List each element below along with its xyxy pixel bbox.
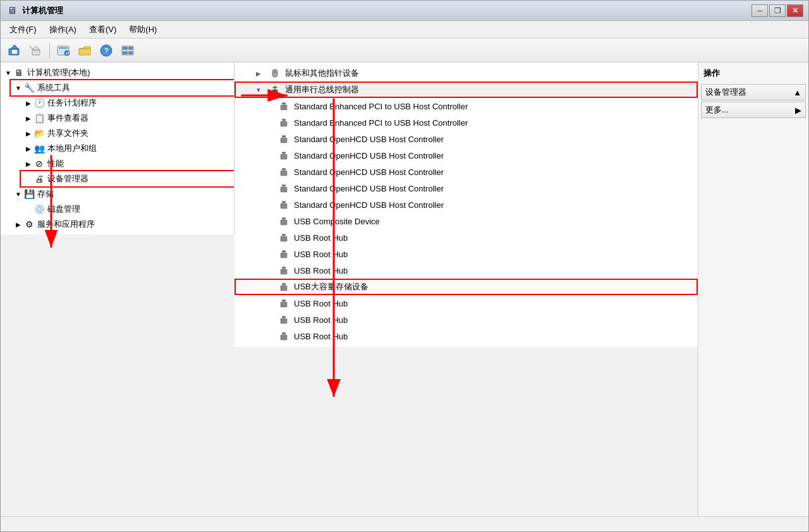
back-button[interactable] [4, 41, 25, 60]
menu-view[interactable]: 查看(V) [83, 22, 123, 37]
svg-rect-29 [281, 105, 287, 110]
list-button[interactable] [118, 41, 138, 60]
svg-rect-98 [284, 317, 286, 318]
action-device-manager[interactable]: 设备管理器 ▲ [701, 84, 806, 100]
svg-rect-77 [283, 251, 284, 252]
title-bar: 🖥 计算机管理 ─ ❐ ✕ [1, 1, 808, 21]
shared-expand-icon[interactable]: ▶ [23, 128, 33, 138]
svg-rect-52 [283, 169, 284, 170]
services-label: 服务和应用程序 [37, 219, 95, 230]
tree-item-disk-mgmt[interactable]: 💿 磁盘管理 [21, 202, 234, 217]
svg-rect-62 [283, 202, 284, 203]
devmgr-icon: 🖨 [33, 173, 45, 184]
close-button[interactable]: ✕ [787, 4, 803, 17]
svg-rect-53 [284, 169, 286, 170]
device-item-14[interactable]: USB Root Hub [234, 328, 698, 344]
event-expand-icon[interactable]: ▶ [23, 113, 33, 123]
mouse-category-label: 鼠标和其他指针设备 [285, 68, 359, 79]
toolbar-separator-1 [49, 43, 50, 58]
svg-rect-88 [284, 284, 286, 285]
svg-rect-37 [283, 119, 284, 121]
mouse-category-icon [269, 67, 281, 80]
usb-icon-13 [277, 313, 290, 326]
usb-icon-0 [277, 100, 290, 112]
device-label-7: USB Composite Device [294, 217, 380, 226]
device-item-7[interactable]: USB Composite Device [234, 213, 698, 229]
system-tools-label: 系统工具 [37, 82, 70, 94]
device-item-1[interactable]: Standard Enhanced PCI to USB Host Contro… [234, 114, 698, 131]
device-item-3[interactable]: Standard OpenHCD USB Host Controller [234, 147, 698, 164]
svg-rect-24 [272, 90, 277, 94]
svg-rect-57 [283, 185, 284, 186]
svg-rect-44 [281, 154, 287, 159]
system-tools-icon: 🔧 [23, 82, 35, 94]
perf-label: 性能 [47, 158, 64, 169]
users-expand-icon[interactable]: ▶ [23, 143, 33, 154]
device-mouse-category[interactable]: ▶ 鼠标和其他指针设备 [234, 65, 698, 82]
svg-rect-67 [283, 218, 284, 219]
device-item-4[interactable]: Standard OpenHCD USB Host Controller [234, 164, 698, 180]
tree-item-device-manager[interactable]: 🖨 设备管理器 [21, 171, 234, 186]
menu-action[interactable]: 操作(A) [43, 22, 83, 37]
tree-item-storage[interactable]: ▼ 💾 存储 [11, 186, 234, 202]
svg-rect-82 [283, 267, 284, 269]
device-item-10[interactable]: USB Root Hub [234, 262, 698, 279]
storage-label: 存储 [37, 188, 54, 200]
device-label-10: USB Root Hub [294, 266, 348, 275]
tree-item-task-scheduler[interactable]: ▶ 🕐 任务计划程序 [21, 95, 234, 111]
device-label-3: Standard OpenHCD USB Host Controller [294, 151, 444, 160]
usb-icon-7 [277, 215, 290, 227]
device-item-8[interactable]: USB Root Hub [234, 229, 698, 246]
device-item-9[interactable]: USB Root Hub [234, 246, 698, 262]
device-label-8: USB Root Hub [294, 233, 348, 243]
storage-expand-icon[interactable]: ▼ [13, 189, 23, 199]
tree-root[interactable]: ▼ 🖥 计算机管理(本地) [1, 65, 234, 80]
tree-item-system-tools[interactable]: ▼ 🔧 系统工具 [11, 80, 234, 95]
window-icon: 🖥 [6, 4, 18, 17]
services-expand-icon[interactable]: ▶ [13, 219, 23, 229]
perf-expand-icon[interactable]: ▶ [23, 159, 33, 169]
svg-text:↺: ↺ [66, 51, 70, 56]
tree-item-event-viewer[interactable]: ▶ 📋 事件查看器 [21, 111, 234, 126]
tree-item-services[interactable]: ▶ ⚙ 服务和应用程序 [11, 217, 234, 232]
tree-item-shared-folders[interactable]: ▶ 📂 共享文件夹 [21, 126, 234, 141]
status-bar [1, 516, 808, 531]
tree-item-performance[interactable]: ▶ ⊘ 性能 [21, 156, 234, 171]
restore-button[interactable]: ❐ [769, 4, 786, 17]
menu-help[interactable]: 帮助(H) [123, 22, 163, 37]
disk-icon: 💿 [33, 203, 45, 215]
svg-rect-16 [128, 47, 133, 50]
device-item-5[interactable]: Standard OpenHCD USB Host Controller [234, 180, 698, 196]
shared-icon: 📂 [33, 128, 45, 139]
svg-rect-93 [284, 300, 286, 301]
forward-button[interactable] [26, 41, 46, 60]
usb-category-expand-icon: ▼ [252, 83, 265, 96]
refresh-button[interactable]: ↺ [53, 41, 73, 60]
devmgr-expand-icon[interactable] [23, 174, 33, 184]
minimize-button[interactable]: ─ [751, 4, 768, 17]
folder-button[interactable] [75, 41, 95, 60]
svg-rect-94 [281, 318, 287, 323]
action-more[interactable]: 更多... ▶ [701, 102, 806, 118]
action-more-arrow: ▶ [795, 106, 801, 115]
device-item-2[interactable]: Standard OpenHCD USB Host Controller [234, 131, 698, 147]
menu-file[interactable]: 文件(F) [3, 22, 43, 37]
perf-icon: ⊘ [33, 158, 45, 169]
system-tools-expand-icon[interactable]: ▼ [13, 83, 23, 93]
device-item-13[interactable]: USB Root Hub [234, 311, 698, 328]
device-label-6: Standard OpenHCD USB Host Controller [294, 200, 444, 210]
device-item-12[interactable]: USB Root Hub [234, 295, 698, 311]
task-expand-icon[interactable]: ▶ [23, 98, 33, 108]
svg-rect-69 [281, 236, 287, 241]
root-expand-icon[interactable]: ▼ [3, 68, 13, 78]
device-item-11[interactable]: USB大容量存储设备 [234, 279, 698, 295]
device-item-6[interactable]: Standard OpenHCD USB Host Controller [234, 196, 698, 213]
svg-rect-34 [281, 121, 287, 126]
device-item-0[interactable]: Standard Enhanced PCI to USB Host Contro… [234, 98, 698, 114]
tree-item-local-users[interactable]: ▶ 👥 本地用户和组 [21, 141, 234, 156]
help-button[interactable]: ? [96, 41, 116, 60]
usb-category-header[interactable]: ▼ 通用串行总线控制器 [234, 82, 698, 98]
disk-expand-icon[interactable] [23, 204, 33, 214]
svg-rect-72 [283, 234, 284, 236]
menu-bar: 文件(F) 操作(A) 查看(V) 帮助(H) [1, 21, 808, 39]
